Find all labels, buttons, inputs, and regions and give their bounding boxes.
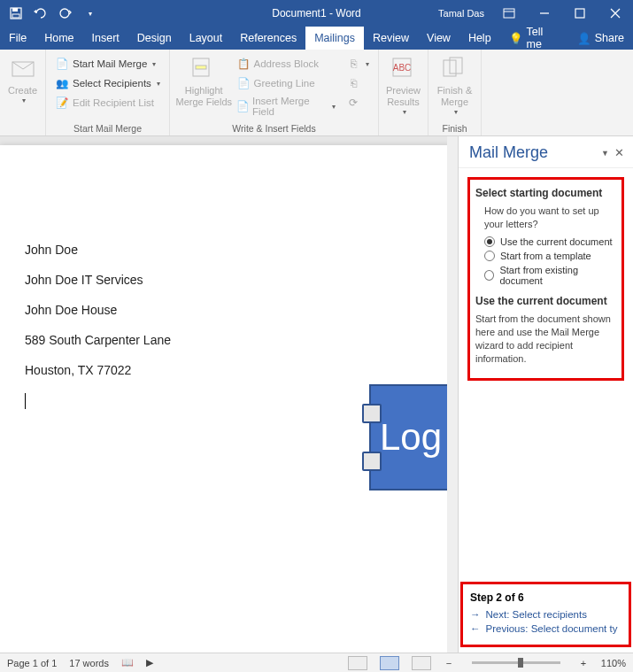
radio-icon (484, 251, 495, 261)
greeting-line-button[interactable]: 📄Greeting Line (233, 74, 339, 92)
radio-label: Start from a template (500, 251, 591, 261)
match-fields-button[interactable]: ⎗ (343, 74, 373, 92)
ribbon: Create ▾ 📄Start Mail Merge▾ 👥Select Reci… (0, 50, 633, 136)
document-pane[interactable]: John Doe John Doe IT Services John Doe H… (0, 136, 458, 653)
zoom-slider[interactable] (472, 661, 560, 664)
macro-icon[interactable]: ▶ (146, 657, 153, 668)
group-finish-label: Finish (428, 123, 481, 135)
pane-menu-icon[interactable]: ▼ (601, 149, 609, 158)
address-block-button[interactable]: 📋Address Block (233, 55, 339, 73)
tab-view[interactable]: View (418, 27, 459, 50)
tab-help[interactable]: Help (459, 27, 500, 50)
zoom-in-button[interactable]: + (578, 658, 589, 668)
next-link[interactable]: →Next: Select recipients (470, 609, 621, 620)
prev-link[interactable]: ←Previous: Select document ty (470, 623, 621, 634)
tab-home[interactable]: Home (35, 27, 82, 50)
start-mail-merge-button[interactable]: 📄Start Mail Merge▾ (51, 55, 164, 73)
edit-recipient-list-button[interactable]: 📝Edit Recipient List (51, 94, 164, 112)
pane-header: Mail Merge ▼ ✕ (459, 136, 633, 168)
zoom-out-button[interactable]: − (444, 658, 454, 668)
pane-title: Mail Merge (469, 143, 548, 162)
pane-step: Step 2 of 6 (470, 591, 621, 604)
address-block-label: Address Block (254, 58, 320, 69)
update-icon: ⟳ (346, 96, 360, 110)
mail-merge-pane: Mail Merge ▼ ✕ Select starting document … (458, 136, 633, 653)
logo-shape[interactable]: Log (369, 384, 458, 490)
page-indicator[interactable]: Page 1 of 1 (7, 658, 57, 668)
edit-list-icon: 📝 (55, 96, 69, 110)
tab-references[interactable]: References (231, 27, 305, 50)
share-button[interactable]: 👤Share (568, 27, 633, 50)
highlight-merge-fields-button[interactable]: Highlight Merge Fields (175, 53, 233, 108)
vertical-scrollbar[interactable] (447, 136, 458, 653)
insert-merge-field-label: Insert Merge Field (252, 96, 327, 117)
finish-label: Finish & Merge (437, 85, 473, 108)
address-icon: 📋 (236, 57, 251, 71)
select-recipients-button[interactable]: 👥Select Recipients▾ (51, 74, 164, 92)
start-mail-merge-label: Start Mail Merge (73, 58, 147, 69)
group-preview-label (379, 134, 428, 135)
radio-icon (484, 236, 495, 247)
minimize-button[interactable] (527, 0, 562, 27)
qat-customize[interactable]: ▾ (80, 3, 101, 24)
group-create: Create ▾ (0, 50, 46, 135)
tab-mailings[interactable]: Mailings (305, 27, 364, 50)
pane-body: Select starting document How do you want… (459, 168, 633, 582)
finish-icon (441, 55, 469, 83)
group-wif-label: Write & Insert Fields (170, 123, 378, 135)
close-button[interactable] (598, 0, 633, 27)
pane-close-icon[interactable]: ✕ (614, 146, 624, 159)
radio-label: Start from existing document (499, 265, 616, 286)
doc-line: John Doe House (25, 303, 458, 317)
group-write-insert-fields: Highlight Merge Fields 📋Address Block 📄G… (170, 50, 379, 135)
recipients-icon: 👥 (55, 76, 69, 90)
zoom-level[interactable]: 110% (601, 658, 626, 668)
doc-line: John Doe (25, 243, 458, 257)
tab-insert[interactable]: Insert (83, 27, 128, 50)
undo-button[interactable] (30, 3, 51, 24)
radio-template[interactable]: Start from a template (484, 251, 616, 261)
rules-button[interactable]: ⎘▾ (343, 55, 373, 73)
create-button[interactable]: Create ▾ (5, 53, 40, 104)
ribbon-display-button[interactable] (491, 0, 527, 27)
read-mode-button[interactable] (348, 656, 367, 670)
word-count[interactable]: 17 words (69, 658, 109, 668)
radio-existing[interactable]: Start from existing document (484, 265, 616, 286)
tab-design[interactable]: Design (128, 27, 181, 50)
pane-description: Start from the document shown here and u… (475, 313, 616, 366)
zoom-thumb[interactable] (518, 658, 523, 668)
highlight-icon (189, 55, 218, 83)
tab-layout[interactable]: Layout (181, 27, 232, 50)
insert-field-icon: 📄 (236, 99, 250, 113)
svg-rect-2 (12, 14, 19, 18)
radio-use-current[interactable]: Use the current document (484, 236, 616, 247)
spellcheck-icon[interactable]: 📖 (121, 657, 134, 668)
save-button[interactable] (5, 3, 27, 24)
rules-icon: ⎘ (346, 57, 360, 71)
finish-merge-button[interactable]: Finish & Merge ▾ (434, 53, 475, 116)
svg-rect-7 (575, 9, 584, 18)
print-layout-button[interactable] (380, 656, 399, 670)
select-recipients-label: Select Recipients (73, 78, 151, 89)
pane-heading-2: Use the current document (475, 295, 616, 307)
tell-me[interactable]: 💡Tell me (500, 27, 568, 50)
web-layout-button[interactable] (412, 656, 431, 670)
redo-button[interactable] (55, 3, 76, 24)
insert-merge-field-button[interactable]: 📄Insert Merge Field▾ (233, 94, 339, 119)
update-labels-button[interactable]: ⟳ (343, 94, 373, 112)
pane-heading-1: Select starting document (475, 187, 616, 199)
share-icon: 👤 (577, 32, 591, 45)
edit-recipient-list-label: Edit Recipient List (73, 97, 154, 108)
preview-results-button[interactable]: ABC Preview Results ▾ (384, 53, 422, 116)
doc-line: John Doe IT Services (25, 273, 458, 287)
radio-icon (484, 270, 494, 281)
maximize-button[interactable] (562, 0, 598, 27)
match-icon: ⎗ (346, 76, 360, 90)
tab-review[interactable]: Review (364, 27, 418, 50)
mailmerge-icon: 📄 (55, 57, 69, 71)
svg-rect-12 (196, 66, 206, 69)
user-name[interactable]: Tamal Das (438, 8, 484, 19)
tab-file[interactable]: File (0, 27, 35, 50)
greeting-icon: 📄 (236, 76, 251, 90)
ribbon-tabs: File Home Insert Design Layout Reference… (0, 27, 633, 50)
